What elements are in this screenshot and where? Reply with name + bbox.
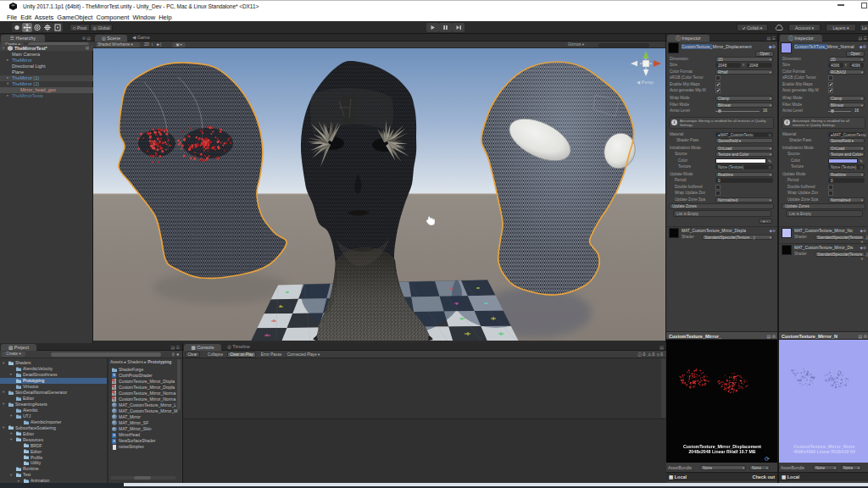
svg-text:◀ Persp: ◀ Persp — [637, 80, 654, 85]
